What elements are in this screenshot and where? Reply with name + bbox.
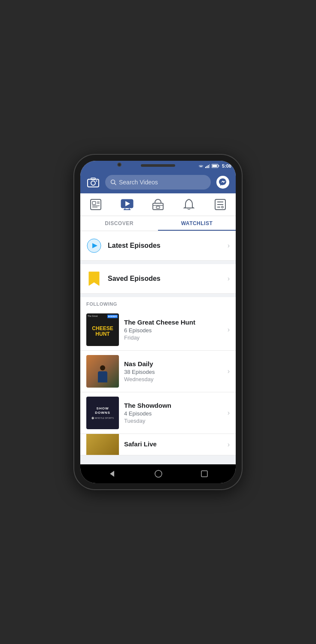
search-icon <box>110 179 116 185</box>
bookmark-icon <box>88 271 100 286</box>
show-item-cheese-hunt[interactable]: The Great INSIDER CHEESE HUNT The Great … <box>80 309 236 351</box>
show-day-nas-daily: Wednesday <box>124 376 222 382</box>
show-info-showdown: The Showdown 4 Episodes Tuesday <box>124 402 222 424</box>
status-time: 5:08 <box>222 163 231 169</box>
tab-watchlist[interactable]: WATCHLIST <box>158 216 236 231</box>
divider-2 <box>80 294 236 297</box>
show-info-nas-daily: Nas Daily 38 Episodes Wednesday <box>124 360 222 382</box>
latest-episodes-chevron: › <box>228 242 230 250</box>
saved-episodes-item[interactable]: Saved Episodes › <box>80 264 236 294</box>
show-chevron-safari-live: › <box>228 441 230 448</box>
svg-point-33 <box>222 206 223 208</box>
notifications-icon <box>183 199 194 211</box>
back-button[interactable] <box>108 470 116 478</box>
camera-icon <box>87 177 99 187</box>
nav-news-feed[interactable] <box>85 196 106 213</box>
latest-episodes-title: Latest Episodes <box>108 242 222 250</box>
show-chevron-cheese-hunt: › <box>228 326 230 334</box>
menu-icon <box>214 199 226 211</box>
show-episodes-cheese-hunt: 6 Episodes <box>124 327 222 334</box>
show-thumb-cheese-hunt: The Great INSIDER CHEESE HUNT <box>86 313 119 346</box>
show-thumb-safari-live <box>86 434 119 455</box>
show-item-showdown[interactable]: SHOWDOWNS ⚽ WHISTLE SPORTS The Showdown … <box>80 392 236 434</box>
screen: 5:08 <box>80 161 236 483</box>
show-info-safari-live: Safari Live <box>124 440 222 449</box>
svg-rect-39 <box>201 471 207 477</box>
show-name-nas-daily: Nas Daily <box>124 360 222 367</box>
show-item-nas-daily[interactable]: Nas Daily 38 Episodes Wednesday › <box>80 351 236 392</box>
show-day-showdown: Tuesday <box>124 418 222 424</box>
show-info-cheese-hunt: The Great Cheese Hunt 6 Episodes Friday <box>124 319 222 341</box>
svg-rect-15 <box>92 202 96 205</box>
divider-1 <box>80 261 236 264</box>
nav-icons <box>80 193 236 216</box>
show-item-safari-live[interactable]: Safari Live › <box>80 434 236 455</box>
back-icon <box>108 470 116 478</box>
front-camera <box>117 163 122 167</box>
phone-frame: 5:08 <box>74 155 242 489</box>
messenger-button[interactable] <box>215 175 231 190</box>
latest-episodes-icon <box>86 238 102 253</box>
news-feed-icon <box>90 199 102 211</box>
play-circle-icon <box>87 238 101 253</box>
signal-icon <box>205 164 210 168</box>
show-episodes-nas-daily: 38 Episodes <box>124 369 222 375</box>
latest-episodes-item[interactable]: Latest Episodes › <box>80 231 236 261</box>
svg-rect-6 <box>212 165 217 167</box>
watch-icon <box>121 199 134 210</box>
svg-rect-0 <box>205 167 206 168</box>
svg-rect-27 <box>156 206 160 208</box>
nav-watch[interactable] <box>116 196 138 213</box>
svg-rect-5 <box>218 166 219 167</box>
svg-point-38 <box>155 470 162 477</box>
show-name-showdown: The Showdown <box>124 402 222 409</box>
svg-line-12 <box>115 184 116 185</box>
tab-discover[interactable]: DISCOVER <box>80 216 158 231</box>
recent-apps-icon <box>201 470 208 477</box>
svg-point-8 <box>91 181 95 185</box>
following-header: FOLLOWING <box>80 297 236 309</box>
show-name-cheese-hunt: The Great Cheese Hunt <box>124 319 222 326</box>
recent-apps-button[interactable] <box>201 470 208 477</box>
show-thumb-showdown: SHOWDOWNS ⚽ WHISTLE SPORTS <box>86 397 119 429</box>
nav-menu[interactable] <box>210 196 231 213</box>
saved-episodes-chevron: › <box>228 275 230 283</box>
search-input[interactable] <box>119 179 206 186</box>
top-header <box>80 171 236 193</box>
show-chevron-nas-daily: › <box>228 367 230 375</box>
saved-episodes-title: Saved Episodes <box>108 275 222 283</box>
nav-marketplace[interactable] <box>147 196 169 213</box>
home-icon <box>155 470 162 478</box>
search-bar[interactable] <box>105 175 211 190</box>
show-chevron-showdown: › <box>228 409 230 417</box>
svg-marker-37 <box>110 471 114 477</box>
svg-point-10 <box>96 181 97 182</box>
svg-rect-3 <box>209 164 210 168</box>
marketplace-icon <box>152 199 164 211</box>
speaker <box>141 164 175 167</box>
nav-notifications[interactable] <box>178 196 200 213</box>
content-area: Latest Episodes › Saved Episodes › FOLLO… <box>80 231 236 464</box>
saved-episodes-icon <box>86 271 102 286</box>
bottom-nav <box>80 464 236 483</box>
battery-icon <box>212 164 219 168</box>
svg-rect-1 <box>207 166 207 168</box>
show-thumb-nas-daily <box>86 355 119 388</box>
home-button[interactable] <box>155 470 162 478</box>
messenger-icon <box>216 175 230 189</box>
show-episodes-showdown: 4 Episodes <box>124 410 222 417</box>
svg-rect-2 <box>208 165 209 168</box>
show-name-safari-live: Safari Live <box>124 440 222 448</box>
tabs: DISCOVER WATCHLIST <box>80 216 236 231</box>
status-icons: 5:08 <box>198 163 231 169</box>
wifi-icon <box>198 164 204 168</box>
camera-button[interactable] <box>85 175 101 190</box>
svg-rect-7 <box>88 179 99 187</box>
show-day-cheese-hunt: Friday <box>124 334 222 341</box>
